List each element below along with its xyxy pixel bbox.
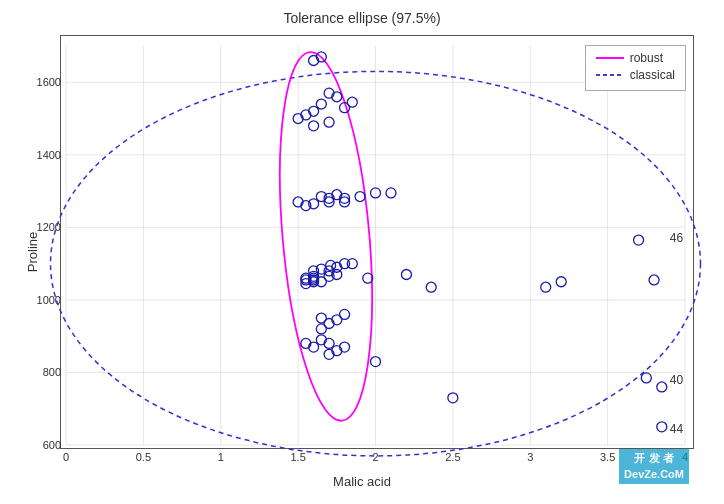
- svg-point-34: [426, 282, 436, 292]
- svg-point-79: [316, 99, 326, 109]
- x-axis-label: Malic acid: [333, 474, 391, 489]
- y-axis-label: Proline: [25, 232, 40, 272]
- watermark: 开 发 者DevZe.CoM: [619, 449, 689, 484]
- svg-point-73: [316, 324, 326, 334]
- svg-point-90: [556, 277, 566, 287]
- svg-point-46: [347, 259, 357, 269]
- classical-line-icon: [596, 71, 624, 79]
- svg-point-77: [324, 117, 334, 127]
- svg-point-88: [401, 270, 411, 280]
- svg-text:3: 3: [527, 451, 533, 463]
- svg-text:0.5: 0.5: [136, 451, 151, 463]
- legend-robust: robust: [596, 51, 675, 65]
- chart-container: Tolerance ellipse (97.5%) Proline Malic …: [0, 0, 724, 504]
- svg-point-82: [309, 121, 319, 131]
- svg-point-94: [641, 373, 651, 383]
- legend: robust classical: [585, 45, 686, 91]
- svg-text:44: 44: [670, 422, 684, 436]
- svg-point-87: [386, 188, 396, 198]
- svg-text:800: 800: [43, 366, 61, 378]
- svg-text:2: 2: [372, 451, 378, 463]
- svg-point-93: [649, 275, 659, 285]
- svg-text:0: 0: [63, 451, 69, 463]
- classical-label: classical: [630, 68, 675, 82]
- svg-text:3.5: 3.5: [600, 451, 615, 463]
- svg-point-92: [634, 235, 644, 245]
- svg-text:1: 1: [218, 451, 224, 463]
- svg-point-95: [657, 382, 667, 392]
- svg-text:40: 40: [670, 373, 684, 387]
- svg-text:46: 46: [670, 231, 684, 245]
- svg-point-84: [347, 97, 357, 107]
- svg-text:1600: 1600: [37, 76, 61, 88]
- svg-text:1.5: 1.5: [290, 451, 305, 463]
- svg-point-96: [657, 422, 667, 432]
- svg-point-51: [355, 192, 365, 202]
- svg-text:1400: 1400: [37, 149, 61, 161]
- chart-svg: 00.511.522.533.5460080010001200140016004…: [61, 36, 693, 448]
- svg-point-89: [541, 282, 551, 292]
- svg-text:600: 600: [43, 439, 61, 451]
- robust-line-icon: [596, 57, 624, 59]
- legend-classical: classical: [596, 68, 675, 82]
- chart-area: 00.511.522.533.5460080010001200140016004…: [60, 35, 694, 449]
- chart-title: Tolerance ellipse (97.5%): [0, 0, 724, 26]
- robust-label: robust: [630, 51, 663, 65]
- svg-text:2.5: 2.5: [445, 451, 460, 463]
